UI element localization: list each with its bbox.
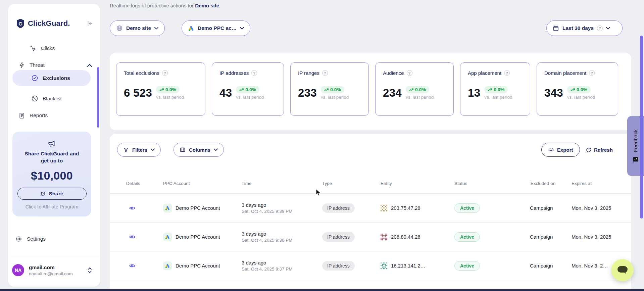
chevron-down-icon (151, 148, 155, 151)
stat-label: Domain placement (544, 70, 586, 76)
window-bottom-edge (0, 289, 644, 291)
sidebar-item-clicks[interactable]: Clicks (30, 41, 55, 56)
google-ads-icon (163, 233, 172, 241)
account-selector[interactable]: Demo PPC ac… (182, 20, 250, 36)
filters-label: Filters (132, 147, 147, 153)
external-link-icon (40, 191, 46, 196)
chevron-down-icon (154, 27, 158, 30)
chevron-down-icon (606, 27, 610, 30)
filters-button[interactable]: Filters (117, 143, 161, 157)
date-range-selector[interactable]: Last 30 days ? (546, 20, 623, 36)
table-row: Demo PPC Account 3 days ago Sat, Oct 4, … (110, 223, 631, 251)
table-row: Demo PPC Account 3 days ago Sat, Oct 4, … (110, 194, 631, 223)
entity-identicon (381, 234, 387, 240)
trend-up-icon (239, 88, 244, 92)
share-button[interactable]: Share (17, 188, 87, 200)
trend-up-icon (159, 88, 164, 92)
export-label: Export (557, 147, 573, 153)
stat-card-total-exclusions: Total exclusions? 6 523 0.0% vs. last pe… (116, 62, 205, 116)
expires-cell: Mon, Nov 3, 2025 (569, 234, 631, 240)
help-icon[interactable]: ? (504, 70, 510, 76)
sidebar-item-label: Clicks (41, 45, 55, 51)
trend-up-icon (571, 88, 575, 92)
sidebar-item-settings[interactable]: Settings (15, 232, 46, 246)
type-badge: IP address (322, 261, 355, 271)
help-icon[interactable]: ? (251, 70, 257, 76)
collapse-sidebar-button[interactable] (86, 20, 93, 27)
up-down-chevrons-icon (88, 267, 92, 273)
stat-value: 13 (468, 87, 480, 99)
megaphone-icon (12, 132, 91, 148)
eye-icon (129, 234, 136, 240)
exclusions-panel: Filters Columns Export Refresh Details P… (110, 134, 631, 291)
chat-button[interactable] (611, 259, 634, 281)
site-selector[interactable]: Demo site (110, 20, 165, 36)
excluded-on-cell: Campaign (530, 205, 569, 211)
user-menu[interactable]: NA gmail.com naatali.ro@gmail.com (12, 260, 95, 280)
help-icon[interactable]: ? (597, 26, 603, 31)
lightning-icon (18, 61, 25, 69)
chevron-up-icon (87, 64, 92, 67)
view-details-button[interactable] (126, 261, 138, 271)
help-icon[interactable]: ? (407, 70, 412, 76)
cursor-click-icon (30, 45, 37, 52)
user-email: naatali.ro@gmail.com (29, 271, 73, 276)
globe-icon (116, 25, 123, 32)
trend-up-icon (488, 88, 492, 92)
sidebar-scrollbar[interactable] (97, 67, 99, 128)
stat-card-domain-placement: Domain placement? 343 0.0% vs. last peri… (537, 62, 618, 116)
stat-label: Total exclusions (124, 70, 159, 76)
stat-value: 343 (544, 87, 563, 99)
affiliate-amount: $10,000 (12, 169, 91, 182)
entity-identicon (381, 205, 387, 211)
sidebar-item-reports[interactable]: Reports (18, 108, 48, 123)
exclusions-table: Details PPC Account Time Type Entity Sta… (110, 174, 631, 291)
trend-up-icon (409, 88, 413, 92)
entity-cell: 16.213.141.2… (381, 262, 454, 269)
export-button[interactable]: Export (541, 143, 580, 157)
divider (8, 257, 100, 257)
stat-card-ip-addresses: IP addresses? 43 0.0% vs. last period (212, 62, 284, 116)
google-ads-icon (188, 25, 194, 32)
stat-caption: vs. last period (567, 95, 595, 100)
feedback-chat-icon (632, 156, 639, 163)
type-badge: IP address (322, 232, 355, 242)
column-header-entity: Entity (381, 181, 454, 186)
trend-up-icon (324, 88, 329, 92)
status-badge: Active (454, 203, 480, 213)
collapse-icon (86, 20, 93, 27)
stat-value: 43 (219, 87, 232, 99)
column-header-ppc-account: PPC Account (163, 181, 242, 186)
sidebar-item-blacklist[interactable]: Blacklist (31, 91, 62, 106)
subtitle-site-name: Demo site (195, 3, 219, 8)
affiliate-program-link[interactable]: Click to Affiliate Program (12, 204, 91, 209)
stat-value: 233 (298, 87, 317, 99)
trend-badge: 0.0% (484, 86, 508, 93)
help-icon[interactable]: ? (162, 70, 168, 76)
google-ads-icon (163, 204, 172, 212)
page-scrollbar[interactable] (640, 36, 643, 219)
trend-badge: 0.0% (236, 86, 259, 93)
columns-button[interactable]: Columns (174, 143, 224, 157)
stat-card-audience: Audience? 234 0.0% vs. last period (375, 62, 454, 116)
columns-label: Columns (189, 147, 210, 153)
refresh-button[interactable]: Refresh (586, 143, 613, 157)
affiliate-card[interactable]: Share ClickGuard and get up to $10,000 S… (12, 132, 91, 216)
view-details-button[interactable] (126, 203, 138, 213)
svg-text:G: G (18, 21, 22, 27)
time-cell: 3 days ago Sat, Oct 4, 2025 9:38 PM (242, 231, 322, 243)
date-range-label: Last 30 days (562, 25, 594, 31)
filter-funnel-icon (123, 147, 129, 153)
sidebar-item-exclusions[interactable]: Exclusions (12, 70, 91, 86)
subtitle-prefix: Realtime logs of protective actions for (110, 3, 194, 8)
column-header-type: Type (322, 181, 381, 186)
view-details-button[interactable] (126, 232, 138, 242)
expires-cell: Mon, Nov 3, 2025 (569, 205, 631, 211)
help-icon[interactable]: ? (589, 70, 595, 76)
stat-caption: vs. last period (484, 95, 512, 100)
prohibit-icon (31, 95, 38, 102)
help-icon[interactable]: ? (322, 70, 328, 76)
avatar: NA (12, 264, 24, 276)
status-badge: Active (454, 261, 480, 271)
stat-label: IP ranges (298, 70, 319, 76)
